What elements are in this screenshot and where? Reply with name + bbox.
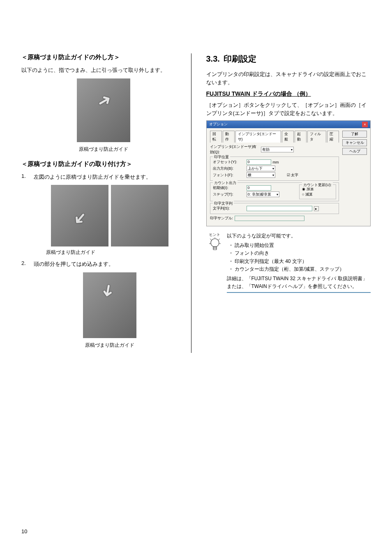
figure-step-2: ➜ 原稿づまり防止ガイド: [34, 272, 186, 349]
tab-startup[interactable]: 起動: [295, 131, 307, 143]
tab-imprinter[interactable]: インプリンタ(エンドーサ): [235, 131, 281, 143]
tab-compress[interactable]: 圧縮: [327, 131, 339, 143]
fieldset-string: 印字文字列 文字列(S): ▸: [210, 203, 339, 214]
arrow-icon: ➜: [69, 207, 92, 230]
step-label: ステップ(T):: [213, 192, 245, 197]
step-1: 1. 左図のように原稿づまり防止ガイドを乗せます。: [21, 173, 186, 181]
section-title: 印刷設定: [224, 54, 256, 63]
offset-input[interactable]: 0: [247, 159, 271, 165]
string-expand-button[interactable]: ▸: [314, 206, 319, 211]
fieldset-position: 印字位置 オフセット(Y): 0 mm 出力方向(B): 上から下 フォント(F…: [210, 157, 339, 181]
tab-general[interactable]: 全般: [282, 131, 294, 143]
fieldset-count: カウント出力 初期値(I): 0 ステップ(T): 0: 非加減/非算: [210, 182, 339, 201]
fieldset-string-legend: 印字文字列: [213, 201, 234, 206]
dialog-tabs: 回転 動作 インプリンタ(エンドーサ) 全般 起動 フィルタ 圧縮: [210, 131, 339, 143]
driver-subhead: FUJITSU TWAIN ドライバの場合 （例）: [206, 90, 371, 98]
figure-step-2-caption: 原稿づまり防止ガイド: [34, 342, 186, 349]
font-label: フォント(F):: [213, 173, 245, 178]
figure-step-1: ➜ 原稿づまり防止ガイド: [34, 185, 186, 256]
step-2: 2. 頭の部分を押してはめ込みます。: [21, 260, 186, 268]
hint-item: カウンター出力指定（桁、加算/減算、ステップ）: [228, 265, 371, 273]
hint-item: 読み取り開始位置: [228, 242, 371, 249]
sample-display: [235, 216, 304, 221]
hint-label: ヒント: [206, 232, 224, 237]
right-intro: インプリンタの印刷設定は、スキャナドライバの設定画面上でおこないます。: [206, 70, 371, 86]
enable-select[interactable]: 有効: [261, 147, 294, 152]
dialog-title-text: オプション: [209, 122, 228, 127]
update-legend: カウント更新(U):: [302, 182, 333, 188]
fieldset-count-legend: カウント出力: [213, 180, 238, 186]
section-number: 3.3.: [206, 54, 220, 63]
direction-label: 出力方向(B):: [213, 166, 245, 171]
init-label: 初期値(I):: [213, 185, 245, 191]
figure-remove: ➜ 原稿づまり防止ガイド: [21, 78, 186, 153]
figure-remove-caption: 原稿づまり防止ガイド: [21, 146, 186, 153]
left-heading-remove: ＜原稿づまり防止ガイドの外し方＞: [21, 53, 186, 61]
hint-box: ヒント 以下のような設定が可能です。 読み取り開始位置 フォントの向き 印刷文字…: [206, 232, 371, 290]
arrow-down-icon: ➜: [98, 282, 119, 299]
page-number: 10: [21, 528, 27, 534]
step-1-num: 1.: [21, 173, 29, 181]
init-input[interactable]: 0: [247, 185, 271, 191]
step-2-num: 2.: [21, 260, 29, 268]
step-2-text: 頭の部分を押してはめ込みます。: [34, 260, 114, 268]
string-label: 文字列(S):: [213, 206, 245, 211]
step-1-text: 左図のように原稿づまり防止ガイドを乗せます。: [34, 173, 151, 181]
radio-decrement[interactable]: 減算: [302, 192, 333, 197]
tab-filter[interactable]: フィルタ: [307, 131, 326, 143]
svg-point-0: [211, 239, 219, 247]
section-heading: 3.3. 印刷設定: [206, 53, 371, 64]
hint-item: 印刷文字列指定（最大 40 文字）: [228, 258, 371, 265]
string-input[interactable]: [247, 206, 312, 211]
help-button[interactable]: ヘルプ: [342, 148, 367, 155]
bold-checkbox[interactable]: 太字: [287, 173, 299, 178]
options-dialog: オプション × 回転 動作 インプリンタ(エンドーサ) 全般 起動 フィルタ 圧…: [206, 120, 371, 226]
step-select[interactable]: 0: 非加減/非算: [247, 191, 279, 197]
offset-label: オフセット(Y):: [213, 159, 245, 165]
arrow-up-icon: ➜: [94, 88, 115, 112]
fieldset-position-legend: 印字位置: [213, 154, 230, 160]
cancel-button[interactable]: キャンセル: [342, 139, 367, 146]
hint-item: フォントの向き: [228, 249, 371, 257]
left-remove-desc: 以下のように、指でつまみ、上に引っ張って取り外します。: [21, 66, 186, 74]
font-select[interactable]: 横: [247, 172, 275, 178]
close-icon[interactable]: ×: [362, 122, 368, 127]
lightbulb-icon: [209, 237, 221, 252]
hint-intro: 以下のような設定が可能です。: [227, 232, 371, 240]
dialog-titlebar: オプション ×: [207, 121, 371, 128]
tab-rotate[interactable]: 回転: [210, 131, 222, 143]
direction-select[interactable]: 上から下: [247, 166, 275, 171]
hint-list: 読み取り開始位置 フォントの向き 印刷文字列指定（最大 40 文字） カウンター…: [227, 242, 371, 273]
fieldset-update: カウント更新(U): 加算 減算: [299, 184, 336, 199]
left-heading-attach: ＜原稿づまり防止ガイドの取り付け方＞: [21, 160, 186, 168]
figure-step-1-caption: 原稿づまり防止ガイド: [46, 249, 186, 256]
enable-label: インプリンタ(エンドーサ)有効(Q):: [210, 144, 259, 155]
right-instruction: ［オプション］ボタンをクリックして、［オプション］画面の［インプリンタ(エンドー…: [206, 101, 371, 117]
hint-divider: [227, 292, 371, 293]
offset-unit: mm: [273, 160, 279, 164]
hint-detail: 詳細は、「FUJITSU TWAIN 32 スキャナドライバ 取扱説明書」または…: [227, 275, 371, 290]
sample-label: 印字サンプル:: [210, 216, 233, 221]
tab-action[interactable]: 動作: [223, 131, 235, 143]
ok-button[interactable]: 了解: [342, 131, 367, 138]
